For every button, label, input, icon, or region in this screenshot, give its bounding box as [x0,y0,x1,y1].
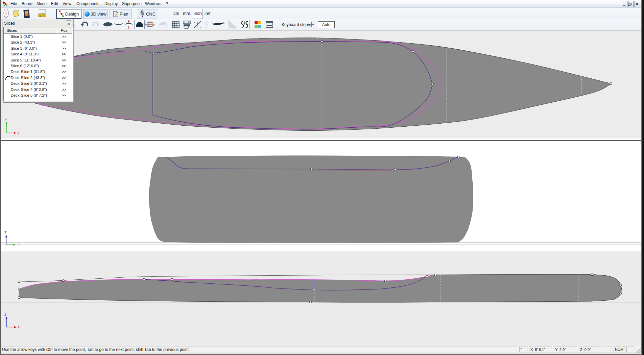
svg-text:X: X [18,325,20,329]
svg-text:Y: Y [18,243,20,247]
svg-text:X: X [17,131,20,135]
svg-text:Y: Y [5,118,7,122]
svg-text:Z: Z [4,313,6,316]
svg-text:Z: Z [4,231,6,235]
